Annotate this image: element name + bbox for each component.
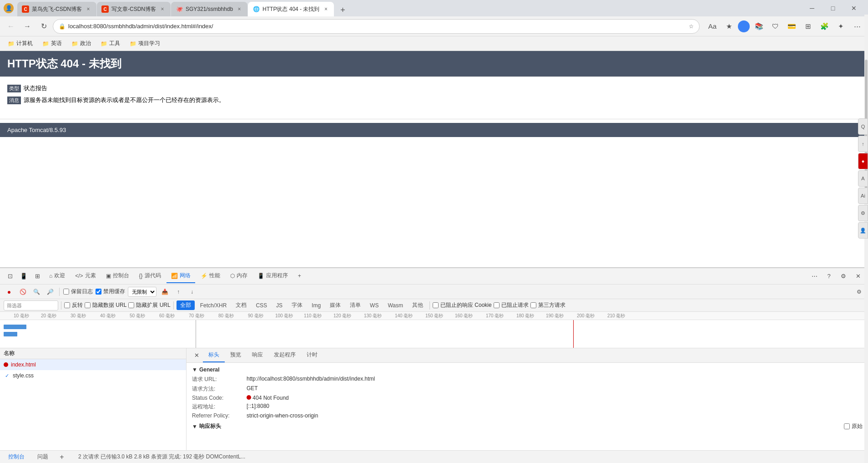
edge-btn-settings[interactable]: ⚙ xyxy=(858,205,868,221)
edge-btn-2[interactable]: ↑ xyxy=(858,136,868,152)
devtools-settings-button[interactable]: ⚙ xyxy=(837,270,850,283)
new-tab-button[interactable]: + xyxy=(336,4,349,16)
filter-media[interactable]: 媒体 xyxy=(326,300,344,310)
bookmark-item-1[interactable]: 📁 英语 xyxy=(38,38,66,49)
bookmark-item-0[interactable]: 📁 计算机 xyxy=(4,38,36,49)
devtools-tab-add[interactable]: + xyxy=(293,270,306,283)
tab-close-1[interactable]: × xyxy=(85,5,92,13)
inspect-element-button[interactable]: ⊡ xyxy=(4,270,16,283)
bookmark-item-3[interactable]: 📁 工具 xyxy=(96,38,124,49)
disable-cache-checkbox[interactable]: 禁用缓存 xyxy=(96,288,125,295)
devtools-tab-console[interactable]: ▣ 控制台 xyxy=(101,269,134,283)
profile-icon[interactable]: 👤 xyxy=(4,3,14,13)
edge-btn-3[interactable]: A xyxy=(858,170,868,187)
raw-checkbox-label[interactable]: 原始 xyxy=(844,422,863,430)
devtools-more-button[interactable]: ⋯ xyxy=(808,270,821,283)
address-bar[interactable]: 🔒 localhost:8080/ssmbhhdb/admin/dist/ind… xyxy=(53,19,700,34)
invert-input[interactable] xyxy=(64,302,70,308)
browser-essentials-button[interactable]: 🛡 xyxy=(768,19,782,34)
devtools-tab-performance[interactable]: ⚡ 性能 xyxy=(196,269,225,283)
raw-checkbox[interactable] xyxy=(844,423,850,429)
request-item-index-html[interactable]: index.html xyxy=(0,359,186,370)
collections-button[interactable]: 📚 xyxy=(752,19,766,34)
tab-csdn2[interactable]: C 写文章-CSDN博客 × xyxy=(97,2,171,16)
filter-manifest[interactable]: 清单 xyxy=(346,300,364,310)
devtools-tab-network[interactable]: 📶 网络 xyxy=(167,269,195,283)
filter-font[interactable]: 字体 xyxy=(288,300,306,310)
more-button[interactable]: ⋯ xyxy=(850,19,864,34)
clear-button[interactable]: 🚫 xyxy=(17,286,28,297)
details-tab-response[interactable]: 响应 xyxy=(247,348,268,362)
import-button[interactable]: 📥 xyxy=(159,286,170,297)
download-button[interactable]: ↓ xyxy=(187,286,197,297)
blocked-cookies-input[interactable] xyxy=(433,302,439,308)
bookmark-item-2[interactable]: 📁 政治 xyxy=(67,38,95,49)
reload-button[interactable]: ↻ xyxy=(36,19,51,34)
devtools-close-button[interactable]: ✕ xyxy=(852,270,864,283)
throttle-select[interactable]: 无限制 xyxy=(128,287,156,297)
search-button[interactable]: 🔎 xyxy=(45,286,56,297)
preserve-log-checkbox[interactable]: 保留日志 xyxy=(63,288,93,295)
edge-btn-1[interactable]: Q xyxy=(858,118,868,135)
favorites-button[interactable]: ★ xyxy=(722,19,736,34)
extensions-button[interactable]: 🧩 xyxy=(817,19,832,34)
filter-other[interactable]: 其他 xyxy=(409,300,427,310)
filter-wasm[interactable]: Wasm xyxy=(384,301,407,310)
devtools-tab-elements[interactable]: </> 元素 xyxy=(71,269,100,283)
minimize-button[interactable]: ─ xyxy=(802,0,823,16)
tab-close-4[interactable]: × xyxy=(322,5,329,13)
copilot-button[interactable]: ✦ xyxy=(833,19,848,34)
blocked-requests-checkbox[interactable]: 已阻止请求 xyxy=(494,301,529,309)
devtools-tab-welcome[interactable]: ⌂ 欢迎 xyxy=(45,269,70,283)
filter-css[interactable]: CSS xyxy=(252,301,271,310)
export-button[interactable]: ↑ xyxy=(173,286,184,297)
filter-img[interactable]: Img xyxy=(308,301,324,310)
hide-ext-urls-checkbox[interactable]: 隐藏扩展 URL xyxy=(128,301,170,309)
filter-input[interactable] xyxy=(4,300,58,310)
hide-data-urls-input[interactable] xyxy=(85,302,91,308)
hide-data-urls-checkbox[interactable]: 隐藏数据 URL xyxy=(85,301,126,309)
tab-github[interactable]: 🐙 SGY321/ssmbhhdb × xyxy=(171,2,247,16)
bottom-tab-issues[interactable]: 问题 xyxy=(33,451,53,463)
bottom-add-tab-button[interactable]: + xyxy=(56,452,67,463)
hide-ext-urls-input[interactable] xyxy=(128,302,134,308)
request-item-style-css[interactable]: ✓ style.css xyxy=(0,370,186,381)
profile-nav-icon[interactable] xyxy=(738,20,750,32)
invert-checkbox[interactable]: 反转 xyxy=(64,301,83,309)
back-button[interactable]: ← xyxy=(4,19,18,34)
bottom-tab-console[interactable]: 控制台 xyxy=(4,451,29,463)
forward-button[interactable]: → xyxy=(20,19,35,34)
details-tab-timing[interactable]: 计时 xyxy=(301,348,323,362)
record-button[interactable]: ● xyxy=(4,286,15,297)
edge-btn-ai[interactable]: Ai xyxy=(858,188,868,204)
star-icon[interactable]: ☆ xyxy=(689,23,694,30)
devtools-help-button[interactable]: ? xyxy=(823,270,835,283)
devtools-layout-button[interactable]: ⊞ xyxy=(31,270,44,283)
network-settings-button[interactable]: ⚙ xyxy=(853,286,864,297)
filter-toggle-button[interactable]: 🔍 xyxy=(31,286,42,297)
devtools-tab-memory[interactable]: ⬡ 内存 xyxy=(226,269,252,283)
tab-csdn1[interactable]: C 菜鸟先飞-CSDN博客 × xyxy=(17,2,96,16)
third-party-checkbox[interactable]: 第三方请求 xyxy=(530,301,565,309)
details-tab-initiator[interactable]: 发起程序 xyxy=(268,348,301,362)
filter-all[interactable]: 全部 xyxy=(177,300,195,310)
disable-cache-input[interactable] xyxy=(96,289,101,295)
blocked-cookies-checkbox[interactable]: 已阻止的响应 Cookie xyxy=(433,301,492,309)
tab-close-2[interactable]: × xyxy=(159,5,166,13)
edge-btn-notification[interactable]: ● xyxy=(858,153,868,169)
preserve-log-input[interactable] xyxy=(63,289,69,295)
devtools-tab-application[interactable]: 📱 应用程序 xyxy=(253,269,293,283)
devtools-tab-sources[interactable]: {} 源代码 xyxy=(135,269,166,283)
filter-fetch-xhr[interactable]: Fetch/XHR xyxy=(197,301,231,310)
blocked-requests-input[interactable] xyxy=(494,302,500,308)
close-button[interactable]: ✕ xyxy=(843,0,864,16)
filter-ws[interactable]: WS xyxy=(366,301,382,310)
tab-close-3[interactable]: × xyxy=(236,5,243,13)
details-close-button[interactable]: ✕ xyxy=(190,349,203,362)
sidebar-button[interactable]: ⊞ xyxy=(801,19,815,34)
details-tab-preview[interactable]: 预览 xyxy=(225,348,247,362)
details-scrollbar[interactable] xyxy=(864,348,868,450)
tab-http404[interactable]: 🌐 HTTP状态 404 - 未找到 × xyxy=(248,2,334,16)
filter-js[interactable]: JS xyxy=(273,301,286,310)
edge-btn-user[interactable]: 👤 xyxy=(858,222,868,239)
